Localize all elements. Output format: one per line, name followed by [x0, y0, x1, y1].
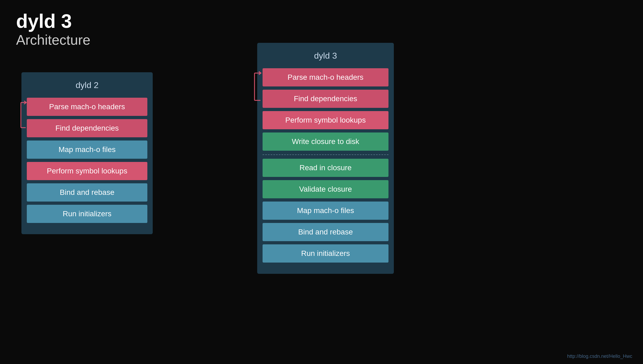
dyld3-step-8: Bind and rebase [263, 223, 388, 241]
dyld3-step-5: Read in closure [263, 159, 388, 177]
watermark: http://blog.csdn.net/Hello_Hwc [567, 354, 632, 359]
dyld2-symbol-lookups: Perform symbol lookups [27, 162, 147, 180]
dyld2-step-3: Map mach-o files [27, 141, 147, 159]
dyld3-step-4: Write closure to disk [263, 132, 388, 151]
dyld3-step-1: Parse mach-o headers [263, 68, 388, 86]
dyld3-divider [263, 154, 388, 155]
dyld3-read-closure: Read in closure [263, 159, 388, 177]
dyld3-symbol-lookups: Perform symbol lookups [263, 111, 388, 129]
dyld3-box: dyld 3 Parse mach-o headers Find depende… [257, 43, 394, 274]
dyld2-title: dyld 2 [27, 78, 147, 93]
dyld2-box: dyld 2 Parse mach-o headers Find depende… [21, 72, 153, 234]
dyld3-validate-closure: Validate closure [263, 180, 388, 198]
dyld2-bracket-icon [13, 98, 28, 132]
dyld3-find-deps: Find dependencies [263, 90, 388, 108]
dyld2-step-2: Find dependencies [27, 119, 147, 137]
dyld3-parse-headers: Parse mach-o headers [263, 68, 388, 86]
dyld3-title: dyld 3 [263, 48, 388, 63]
dyld3-run-init: Run initializers [263, 244, 388, 263]
dyld2-step-4: Perform symbol lookups [27, 162, 147, 180]
dyld3-step-7: Map mach-o files [263, 202, 388, 220]
dyld2-bind-rebase: Bind and rebase [27, 183, 147, 202]
dyld3-map-files: Map mach-o files [263, 202, 388, 220]
dyld3-bracket-icon [244, 68, 264, 105]
sub-title: Architecture [16, 32, 90, 48]
dyld2-step-1: Parse mach-o headers [27, 98, 147, 116]
page-title-block: dyld 3 Architecture [16, 11, 90, 48]
dyld2-parse-headers: Parse mach-o headers [27, 98, 147, 116]
dyld2-step-5: Bind and rebase [27, 183, 147, 202]
dyld3-step-9: Run initializers [263, 244, 388, 263]
dyld2-run-init: Run initializers [27, 205, 147, 223]
dyld2-find-deps: Find dependencies [27, 119, 147, 137]
dyld3-write-closure: Write closure to disk [263, 132, 388, 151]
dyld3-step-2: Find dependencies [263, 90, 388, 108]
main-title: dyld 3 [16, 11, 90, 32]
dyld3-step-6: Validate closure [263, 180, 388, 198]
dyld2-map-files: Map mach-o files [27, 141, 147, 159]
dyld3-step-3: Perform symbol lookups [263, 111, 388, 129]
dyld2-step-6: Run initializers [27, 205, 147, 223]
dyld3-bind-rebase: Bind and rebase [263, 223, 388, 241]
